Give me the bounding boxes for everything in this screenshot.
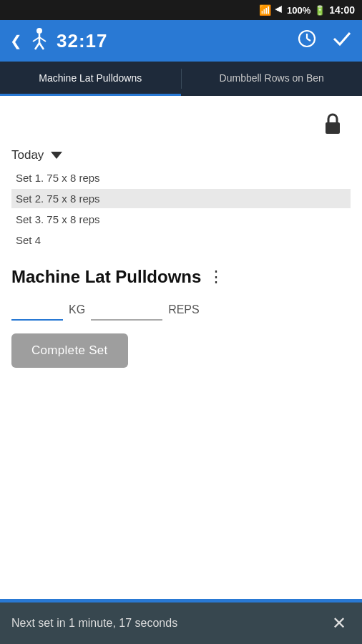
battery-icon: 🔋	[314, 5, 326, 16]
battery-percent: 100%	[287, 5, 310, 16]
workout-timer: 32:17	[57, 30, 108, 52]
exercise-title-area: Machine Lat Pulldowns ⋮	[11, 267, 351, 287]
clock-icon[interactable]	[298, 29, 316, 52]
svg-line-4	[35, 43, 39, 49]
svg-line-8	[307, 39, 310, 41]
more-options-icon[interactable]: ⋮	[208, 268, 224, 286]
set-row-3: Set 3. 75 x 8 reps	[11, 210, 351, 229]
lock-area	[11, 103, 351, 141]
svg-line-3	[39, 37, 46, 42]
svg-point-0	[36, 28, 42, 34]
tab-bar: Machine Lat Pulldowns Dumbbell Rows on B…	[0, 62, 362, 96]
kg-input[interactable]	[11, 298, 63, 321]
status-time: 14:00	[329, 4, 355, 16]
tab-machine-lat-pulldowns[interactable]: Machine Lat Pulldowns	[0, 62, 181, 96]
today-arrow-icon	[51, 152, 62, 159]
wifi-icon: 📶	[259, 4, 271, 16]
exercise-title: Machine Lat Pulldowns	[11, 267, 201, 287]
lock-icon[interactable]	[322, 112, 343, 141]
svg-line-5	[39, 43, 44, 49]
reps-label: REPS	[168, 303, 200, 316]
status-bar: 📶 ⯇ 100% 🔋 14:00	[0, 0, 362, 20]
signal-icon: ⯇	[275, 5, 283, 15]
check-icon[interactable]	[332, 29, 352, 52]
back-icon[interactable]: ❮	[10, 32, 22, 49]
main-content: Today Set 1. 75 x 8 reps Set 2. 75 x 8 r…	[0, 96, 362, 368]
action-bar: ❮ 32:17	[0, 20, 362, 62]
reps-input[interactable]	[91, 298, 162, 321]
svg-rect-9	[326, 122, 340, 134]
svg-line-2	[33, 37, 39, 42]
bottom-bar: Next set in 1 minute, 17 seconds ✕	[0, 602, 362, 644]
today-label: Today	[11, 148, 351, 162]
set-row-4: Set 4	[11, 230, 351, 250]
set-row-1: Set 1. 75 x 8 reps	[11, 168, 351, 187]
set-row-2: Set 2. 75 x 8 reps	[11, 189, 351, 208]
tab-dumbbell-rows[interactable]: Dumbbell Rows on Ben	[182, 62, 363, 96]
figure-icon	[29, 27, 49, 55]
input-row: KG REPS	[11, 298, 351, 321]
complete-set-button[interactable]: Complete Set	[11, 333, 128, 368]
kg-label: KG	[69, 303, 85, 316]
workout-log: Today Set 1. 75 x 8 reps Set 2. 75 x 8 r…	[11, 148, 351, 258]
close-button[interactable]: ✕	[328, 610, 351, 636]
next-set-text: Next set in 1 minute, 17 seconds	[11, 617, 177, 630]
